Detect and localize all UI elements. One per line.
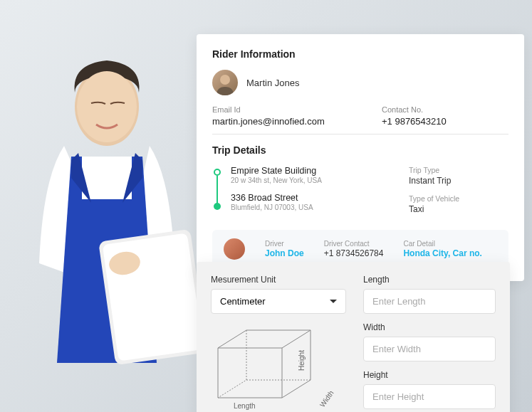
width-label: Width	[363, 322, 496, 332]
route-line	[212, 166, 222, 223]
height-label: Height	[363, 370, 496, 380]
vehicle-type-value: Taxi	[409, 204, 508, 214]
divider	[212, 134, 508, 134]
person-illustration	[0, 36, 228, 391]
rider-info-title: Rider Information	[212, 48, 508, 60]
route-end-dot	[214, 203, 221, 210]
length-label: Length	[363, 275, 496, 285]
start-address: 20 w 34th st, New York, USA	[231, 176, 395, 184]
trip-type-value: Instant Trip	[409, 176, 508, 186]
driver-avatar	[224, 238, 245, 260]
driver-contact-label: Driver Contact	[324, 240, 384, 248]
rider-info-card: Rider Information Martin Jones Email Id …	[197, 34, 524, 281]
dim-length-label: Length	[234, 402, 256, 410]
route-connector	[217, 176, 218, 204]
dim-height-label: Height	[298, 350, 306, 371]
driver-name[interactable]: John Doe	[265, 248, 304, 258]
contact-label: Contact No.	[382, 105, 508, 114]
trip-type-label: Trip Type	[409, 166, 508, 174]
end-address: Blumfield, NJ 07003, USA	[231, 204, 395, 211]
measurement-card: Mesurement Unit Centimeter Length Width …	[197, 262, 510, 412]
width-input[interactable]	[363, 337, 496, 361]
height-input[interactable]	[363, 384, 496, 409]
unit-value: Centimeter	[220, 296, 266, 307]
start-location: Empire State Building	[231, 166, 395, 176]
unit-select[interactable]: Centimeter	[211, 289, 346, 314]
email-value: martin.jones@innofied.com	[212, 116, 339, 127]
car-detail-value[interactable]: Honda City, Car no.	[403, 248, 481, 258]
profile-row: Martin Jones	[212, 70, 508, 95]
svg-rect-2	[82, 157, 132, 199]
length-input[interactable]	[363, 289, 496, 314]
svg-point-6	[220, 75, 230, 85]
rider-avatar	[212, 70, 238, 95]
unit-label: Mesurement Unit	[211, 275, 346, 285]
vehicle-type-label: Type of Vehicle	[409, 194, 508, 203]
email-label: Email Id	[212, 105, 339, 114]
trip-details-title: Trip Details	[212, 144, 508, 156]
route-start-dot	[214, 169, 221, 176]
svg-point-1	[77, 71, 137, 142]
contact-value: +1 9876543210	[382, 116, 508, 127]
caret-down-icon	[330, 300, 337, 303]
rider-name: Martin Jones	[246, 78, 299, 88]
end-location: 336 Broad Street	[231, 193, 395, 203]
driver-label: Driver	[265, 240, 304, 248]
svg-rect-4	[103, 233, 204, 361]
driver-contact-value: +1 8734526784	[324, 248, 384, 258]
cube-diagram: Length Width Height	[211, 327, 346, 408]
car-detail-label: Car Detail	[403, 240, 481, 248]
